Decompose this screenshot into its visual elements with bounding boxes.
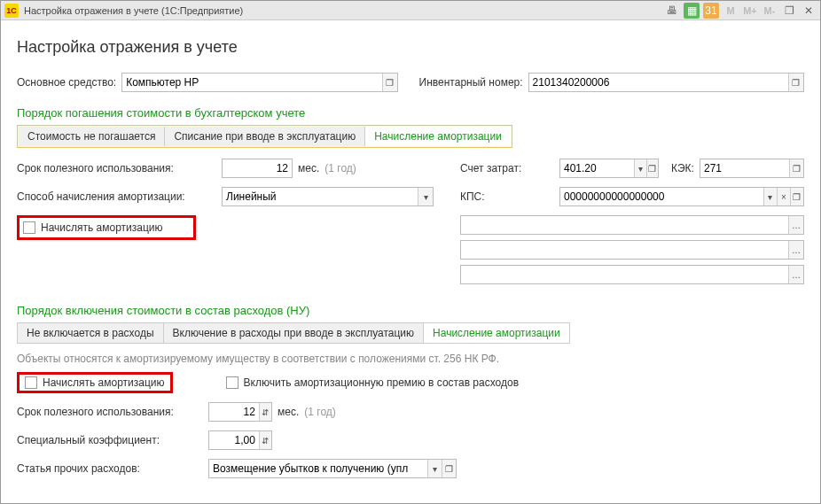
open-icon[interactable]: ❐ [788, 74, 803, 91]
asset-input[interactable] [122, 76, 381, 89]
open-icon[interactable]: ❐ [790, 188, 803, 205]
calendar-icon[interactable]: 31 [703, 3, 719, 19]
kek-field[interactable]: ❐ [700, 159, 804, 178]
extra-field-1[interactable]: … [460, 215, 804, 235]
highlight-box-1: Начислять амортизацию [17, 215, 196, 240]
coef-field[interactable]: ⇵ [208, 430, 272, 450]
tab-nu-amortization[interactable]: Начисление амортизации [424, 323, 569, 343]
section1-title: Порядок погашения стоимости в бухгалтерс… [17, 106, 804, 120]
tab-amortization[interactable]: Начисление амортизации [365, 127, 511, 146]
inv-input[interactable] [529, 76, 788, 89]
asset-row: Основное средство: ❐ Инвентарный номер: … [17, 73, 804, 92]
kek-input[interactable] [700, 162, 790, 174]
nu-charge-amort-label: Начислять амортизацию [43, 376, 165, 389]
charge-amort-label: Начислять амортизацию [41, 221, 163, 234]
tab-nu-noexpense[interactable]: Не включается в расходы [18, 323, 164, 343]
open-icon[interactable]: ❐ [382, 74, 397, 91]
tab-nu-expense-commission[interactable]: Включение в расходы при вводе в эксплуат… [164, 323, 425, 343]
coef-input[interactable] [209, 434, 259, 446]
account-label: Счет затрат: [460, 162, 554, 174]
tab-writeoff-commissioning[interactable]: Списание при вводе в эксплуатацию [165, 127, 365, 146]
useful-life-unit: мес. [298, 162, 319, 174]
bonus-label: Включить амортизационную премию в состав… [244, 376, 519, 389]
nu-useful-life-input[interactable] [209, 406, 259, 418]
kps-input[interactable] [560, 190, 763, 203]
section2-title: Порядок включения стоимости в состав рас… [17, 304, 804, 317]
asset-field[interactable]: ❐ [121, 73, 397, 92]
nu-useful-life-hint: (1 год) [304, 406, 336, 418]
memory-m-button[interactable]: M [723, 3, 739, 19]
memory-mplus-button[interactable]: M+ [742, 3, 758, 19]
asset-label: Основное средство: [17, 76, 116, 89]
open-icon[interactable]: ❐ [442, 460, 456, 477]
kek-label: КЭК: [671, 162, 694, 174]
extra-field-3[interactable]: … [460, 265, 804, 284]
calc-icon[interactable]: ▦ [684, 3, 700, 19]
section1-tabs: Стоимость не погашается Списание при вво… [17, 125, 512, 148]
expense-label: Статья прочих расходов: [17, 462, 203, 475]
inv-field[interactable]: ❐ [528, 73, 804, 92]
nu-charge-amort-checkbox[interactable] [25, 376, 37, 389]
method-label: Способ начисления амортизации: [17, 190, 216, 203]
nu-useful-life-unit: мес. [278, 406, 299, 418]
titlebar: 1C Настройка отражения в учете (1С:Предп… [1, 1, 820, 20]
section2-note: Объекты относятся к амортизируемому имущ… [17, 353, 804, 365]
account-input[interactable] [560, 162, 634, 174]
nu-useful-life-label: Срок полезного использования: [17, 406, 203, 418]
highlight-box-2: Начислять амортизацию [17, 372, 173, 393]
window-title: Настройка отражения в учете (1С:Предприя… [24, 5, 664, 16]
open-icon[interactable]: ❐ [789, 159, 803, 177]
open-icon[interactable]: ❐ [646, 159, 659, 177]
clear-icon[interactable]: × [777, 188, 790, 205]
chevron-down-icon[interactable]: ▾ [763, 188, 777, 205]
inv-label: Инвентарный номер: [419, 76, 523, 89]
more-icon[interactable]: … [788, 241, 803, 259]
kps-label: КПС: [460, 190, 554, 203]
coef-label: Специальный коэффициент: [17, 434, 203, 446]
nu-useful-life-field[interactable]: ⇵ [208, 402, 272, 422]
kps-field[interactable]: ▾ × ❐ [559, 187, 804, 206]
stepper-icon[interactable]: ⇵ [259, 431, 271, 449]
extra-input-3[interactable] [461, 268, 788, 281]
titlebar-actions: 🖶 ▦ 31 M M+ M- ❐ ✕ [664, 3, 817, 19]
useful-life-field[interactable] [222, 159, 293, 178]
expense-field[interactable]: ▾ ❐ [208, 459, 457, 478]
method-field[interactable]: ▾ [222, 187, 434, 206]
tab-no-depreciation[interactable]: Стоимость не погашается [19, 127, 165, 146]
bonus-checkbox[interactable] [226, 376, 238, 389]
print-icon[interactable]: 🖶 [664, 3, 680, 19]
extra-field-2[interactable]: … [460, 240, 804, 260]
memory-mminus-button[interactable]: M- [762, 3, 778, 19]
chevron-down-icon[interactable]: ▾ [427, 460, 442, 477]
account-field[interactable]: ▾ ❐ [559, 159, 659, 178]
chevron-down-icon[interactable]: ▾ [634, 159, 646, 177]
expense-input[interactable] [209, 462, 427, 475]
extra-input-1[interactable] [461, 219, 788, 231]
more-icon[interactable]: … [788, 266, 803, 283]
page-title: Настройка отражения в учете [17, 38, 804, 57]
method-input[interactable] [223, 190, 418, 203]
detach-icon[interactable]: ❐ [781, 3, 797, 19]
app-window: 1C Настройка отражения в учете (1С:Предп… [0, 0, 821, 504]
app-logo-icon: 1C [4, 4, 19, 18]
stepper-icon[interactable]: ⇵ [259, 403, 271, 421]
chevron-down-icon[interactable]: ▾ [418, 188, 433, 205]
section2-tabs: Не включается в расходы Включение в расх… [17, 322, 570, 344]
useful-life-hint: (1 год) [324, 162, 356, 174]
more-icon[interactable]: … [788, 216, 803, 234]
useful-life-label: Срок полезного использования: [17, 162, 216, 174]
content-area: Настройка отражения в учете Основное сре… [1, 20, 820, 500]
charge-amort-checkbox[interactable] [23, 221, 35, 234]
useful-life-input[interactable] [223, 162, 292, 174]
extra-input-2[interactable] [461, 244, 788, 256]
close-icon[interactable]: ✕ [801, 3, 817, 19]
